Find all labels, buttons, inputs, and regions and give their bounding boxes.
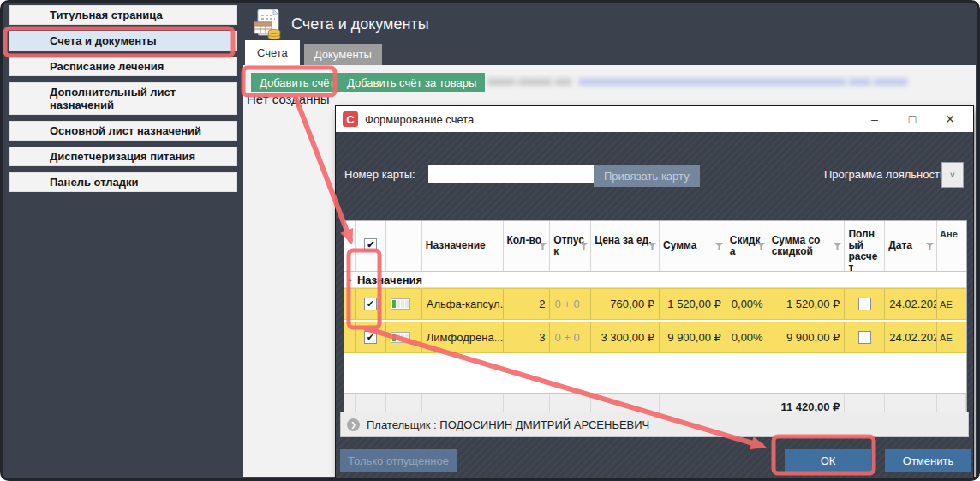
row-unit-price: 760,00 ₽ — [591, 289, 660, 319]
full-calc-checkbox[interactable] — [858, 298, 871, 310]
dialog-title: Формирование счета — [365, 113, 474, 126]
filter-icon[interactable] — [714, 242, 724, 254]
row-qty: 3 — [504, 322, 551, 352]
invoice-dialog: C Формирование счета – □ ✕ Номер карты: … — [336, 106, 973, 479]
sidebar: Титульная страница Счета и документы Рас… — [4, 3, 242, 478]
row-sum: 9 900,00 ₽ — [660, 322, 726, 352]
row-clipped: АЕ — [937, 322, 966, 352]
grid-empty-space — [344, 355, 966, 393]
invoice-grid: Назначение Кол-во Отпуск Цена за ед. Сум… — [344, 220, 967, 434]
level-indicator-icon — [391, 298, 410, 310]
row-clipped: АЕ — [937, 289, 966, 319]
invoices-page-icon — [250, 8, 283, 40]
group-label: Назначения — [357, 274, 422, 286]
sidebar-item-invoices[interactable]: Счета и документы — [9, 31, 237, 51]
filter-icon[interactable] — [579, 242, 589, 254]
col-unit-price[interactable]: Цена за ед. — [591, 221, 660, 271]
tab-invoices[interactable]: Счета — [245, 40, 300, 65]
sidebar-item-meals[interactable]: Диспетчеризация питания — [9, 147, 237, 166]
full-calc-checkbox[interactable] — [858, 331, 871, 344]
card-number-input[interactable] — [428, 165, 594, 183]
payer-expander-icon[interactable]: ❯ — [347, 418, 360, 431]
dialog-app-icon: C — [343, 111, 358, 127]
ok-button[interactable]: ОК — [785, 449, 871, 472]
level-indicator-icon — [391, 332, 410, 343]
group-expander-icon[interactable]: ▲ — [346, 276, 353, 283]
col-sum-discounted[interactable]: Сумма со скидкой — [768, 221, 846, 271]
row-qty: 2 — [504, 289, 551, 319]
blurred-text: xxxxx xxxxxx xxx — [487, 75, 571, 87]
bind-card-button[interactable]: Привязать карту — [594, 165, 700, 187]
col-indent — [344, 221, 356, 271]
row-discount: 0,00% — [726, 289, 768, 319]
payer-text: Плательщик : ПОДОСИНИН ДМИТРИЙ АРСЕНЬЕВИ… — [367, 418, 649, 431]
app-window: Титульная страница Счета и документы Рас… — [0, 0, 980, 481]
add-goods-invoice-button[interactable]: Добавить счёт за товары — [338, 73, 485, 92]
grid-header: Назначение Кол-во Отпуск Цена за ед. Сум… — [344, 221, 966, 272]
sidebar-item-debug[interactable]: Панель отладки — [9, 172, 237, 192]
row-sum-discounted: 1 520,00 ₽ — [768, 289, 846, 319]
no-invoices-text: Нет созданны — [247, 92, 330, 106]
col-full-calc[interactable]: Полный расчет — [845, 221, 885, 271]
sidebar-item-schedule[interactable]: Расписание лечения — [9, 57, 237, 76]
filter-icon[interactable] — [648, 242, 657, 254]
maximize-button[interactable]: □ — [899, 112, 925, 126]
col-icon — [386, 221, 422, 271]
sidebar-item-extra-sheet[interactable]: Дополнительный лист назначений — [9, 82, 237, 115]
minimize-button[interactable]: – — [862, 112, 887, 126]
row-name: Лимфодрена... — [422, 322, 504, 352]
row-dispensed: 0 + 0 — [550, 289, 591, 319]
page-header: Счета и документы — [250, 7, 678, 41]
row-sum: 1 520,00 ₽ — [660, 289, 726, 319]
filter-icon[interactable] — [833, 242, 842, 254]
dialog-titlebar: C Формирование счета – □ ✕ — [336, 106, 973, 133]
row-sum-discounted: 9 900,00 ₽ — [768, 322, 846, 352]
row-unit-price: 3 300,00 ₽ — [591, 322, 660, 352]
col-discount[interactable]: Скидка — [726, 221, 768, 271]
blurred-note: xxxxx xxxxxx xxxxxxxxxxxxxxxxxxxxxxxxxxx… — [487, 75, 907, 87]
col-name[interactable]: Назначение — [422, 221, 504, 271]
row-checkbox[interactable] — [364, 331, 377, 344]
row-checkbox[interactable] — [364, 298, 377, 310]
row-date: 24.02.2022 — [885, 289, 937, 319]
sidebar-item-main-sheet[interactable]: Основной лист назначений — [9, 121, 237, 141]
payer-bar: ❯ Плательщик : ПОДОСИНИН ДМИТРИЙ АРСЕНЬЕ… — [340, 412, 969, 437]
group-row-appointments[interactable]: ▲ Назначения — [344, 272, 966, 288]
row-dispensed: 0 + 0 — [550, 322, 591, 352]
table-row[interactable]: Альфа-капсул... 2 0 + 0 760,00 ₽ 1 520,0… — [344, 288, 966, 320]
col-select-all — [356, 221, 386, 271]
filter-icon[interactable] — [925, 242, 935, 254]
filter-icon[interactable] — [756, 242, 766, 254]
window-controls: – □ ✕ — [862, 112, 973, 126]
row-date: 24.02.2022 — [885, 322, 937, 352]
table-row[interactable]: Лимфодрена... 3 0 + 0 3 300,00 ₽ 9 900,0… — [344, 322, 966, 353]
col-sum[interactable]: Сумма — [660, 221, 726, 271]
col-clipped[interactable]: Ане — [937, 221, 966, 271]
col-date[interactable]: Дата — [885, 221, 937, 271]
select-all-checkbox[interactable] — [364, 238, 377, 251]
cancel-button[interactable]: Отменить — [885, 449, 971, 472]
chevron-down-icon: ˅ — [950, 171, 955, 180]
only-dispensed-button[interactable]: Только отпущенное — [340, 449, 457, 472]
tab-bar: Счета Документы — [245, 41, 382, 65]
filter-icon[interactable] — [538, 242, 547, 254]
sidebar-item-title-page[interactable]: Титульная страница — [9, 5, 237, 25]
loyalty-label: Программа лояльности: — [824, 168, 949, 181]
close-button[interactable]: ✕ — [937, 112, 963, 126]
col-qty[interactable]: Кол-во — [504, 221, 551, 271]
row-discount: 0,00% — [726, 322, 768, 352]
page-title: Счета и документы — [291, 15, 429, 33]
dialog-body: Номер карты: Привязать карту Программа л… — [336, 132, 973, 479]
add-invoice-button[interactable]: Добавить счёт — [251, 73, 343, 92]
blurred-link[interactable]: xxxxxxxxxxxxxxxxxxxxxxxxxxxxxxxxxxxxxxxx… — [578, 75, 907, 87]
col-dispensed[interactable]: Отпуск — [550, 221, 591, 271]
loyalty-dropdown[interactable]: ˅ — [941, 162, 964, 188]
card-number-label: Номер карты: — [344, 168, 415, 181]
tab-documents[interactable]: Документы — [304, 44, 382, 65]
row-name: Альфа-капсул... — [422, 289, 504, 319]
